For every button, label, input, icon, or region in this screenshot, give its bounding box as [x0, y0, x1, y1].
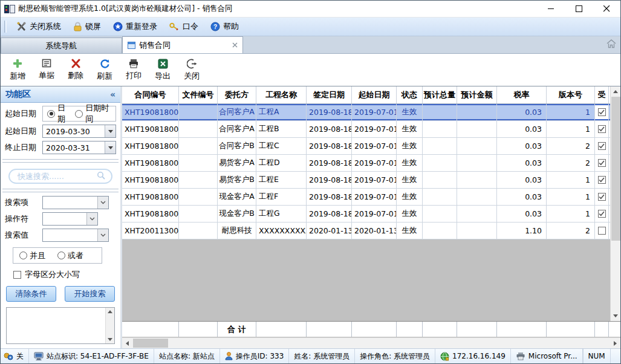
title-bar: 耐思砼顺智能管理系统1.0[武汉黄岗市砼顺建材公司] - 销售合同 [1, 1, 620, 18]
dropdown-button[interactable] [86, 213, 97, 225]
total-cell-status [397, 322, 423, 337]
column-header-version[interactable]: 版本号 [547, 86, 595, 103]
grid-header-row: 合同编号文件编号委托方工程名称签定日期起始日期状态预计总量预计金额税率版本号受 [122, 86, 610, 104]
row-accepted-checkbox[interactable] [598, 159, 606, 167]
cell-project: 工程B [256, 121, 307, 137]
search-results-listbox[interactable] [6, 307, 115, 344]
row-accepted-checkbox[interactable] [598, 108, 606, 116]
table-row[interactable]: XHT2001130001耐思科技XXXXXXXXXXX2020-01-1320… [122, 223, 610, 239]
key-icon [169, 22, 180, 31]
radio-or[interactable]: 或者 [57, 250, 83, 261]
toolbar-button-6[interactable]: 关闭 [177, 56, 206, 85]
cell-file_no [179, 189, 218, 205]
search-value-select[interactable] [42, 229, 109, 242]
toolbar-button-1[interactable]: 单据 [32, 56, 61, 85]
row-accepted-checkbox[interactable] [598, 176, 606, 184]
dropdown-button[interactable] [105, 125, 115, 137]
search-item-select[interactable] [42, 196, 109, 209]
column-header-est_qty[interactable]: 预计总量 [423, 86, 457, 103]
scroll-down-icon[interactable] [108, 338, 112, 341]
tab-close-icon[interactable] [232, 41, 238, 50]
column-header-status[interactable]: 状态 [397, 86, 423, 103]
column-header-file_no[interactable]: 文件编号 [179, 86, 218, 103]
start-date-label: 起始日期 [5, 126, 42, 137]
table-row[interactable]: XHT1908180003合同客户B工程C2019-08-182019-07-0… [122, 138, 610, 155]
vertical-scrollbar[interactable] [610, 86, 620, 321]
row-accepted-checkbox[interactable] [598, 227, 606, 235]
menu-item-1[interactable]: 锁屏 [67, 19, 107, 34]
app-icon [4, 4, 15, 14]
table-row[interactable]: XHT1908180007现金客户B工程G2019-08-182019-07-0… [122, 206, 610, 223]
column-header-est_amt[interactable]: 预计金额 [457, 86, 497, 103]
scrollbar-thumb[interactable] [133, 339, 168, 348]
radio-date[interactable]: 日期 [47, 103, 70, 125]
status-item-3: 操作员ID: 333 [220, 349, 290, 363]
row-accepted-checkbox[interactable] [598, 142, 606, 150]
tab-system-nav[interactable]: 系统导航 [1, 37, 122, 53]
menu-item-3[interactable]: 口令 [163, 19, 204, 34]
tab-strip: 系统导航 销售合同 [1, 36, 620, 54]
table-row[interactable]: XHT1908180006现金客户A工程F2019-08-182019-07-0… [122, 189, 610, 206]
table-row[interactable]: XHT1908180005易货客户B工程E2019-08-182019-07-0… [122, 172, 610, 189]
column-header-accepted[interactable]: 受 [595, 86, 609, 103]
close-button[interactable] [593, 1, 620, 17]
case-sensitive-row[interactable]: 字母区分大小写 [13, 269, 120, 280]
menu-item-label: 锁屏 [85, 21, 101, 32]
row-accepted-checkbox[interactable] [598, 210, 606, 218]
toolbar-button-3[interactable]: 刷新 [90, 56, 119, 85]
column-header-contract_no[interactable]: 合同编号 [122, 86, 179, 103]
dropdown-button[interactable] [97, 197, 108, 209]
cell-accepted [595, 206, 609, 222]
maximize-button[interactable] [565, 1, 593, 17]
column-header-client[interactable]: 委托方 [218, 86, 256, 103]
scroll-right-button[interactable] [610, 338, 620, 348]
cell-tax_rate: 0.03 [497, 104, 547, 120]
column-header-tax_rate[interactable]: 税率 [497, 86, 547, 103]
scroll-up-icon[interactable] [108, 310, 112, 313]
total-cell-est_amt [457, 322, 497, 337]
home-icon[interactable] [606, 39, 616, 51]
menu-item-4[interactable]: ?帮助 [204, 19, 245, 34]
clear-conditions-button[interactable]: 清除条件 [6, 286, 56, 302]
toolbar-button-label: 关闭 [184, 71, 200, 82]
menu-item-2[interactable]: 重新登录 [107, 19, 163, 34]
window-title: 耐思砼顺智能管理系统1.0[武汉黄岗市砼顺建材公司] - 销售合同 [18, 4, 233, 14]
toolbar-button-0[interactable]: 新增 [3, 56, 32, 85]
table-row[interactable]: XHT1908180004易货客户A工程D2019-08-182019-07-0… [122, 155, 610, 172]
table-row[interactable]: XHT1908180001合同客户A工程A2019-08-182019-07-0… [122, 104, 610, 121]
end-date-select[interactable]: 2020-03-31 [42, 141, 116, 154]
menu-item-label: 关闭系统 [30, 21, 61, 32]
cell-version: 1 [547, 189, 595, 205]
tab-sales-contract[interactable]: 销售合同 [122, 36, 243, 53]
total-cell-tax_rate [497, 322, 547, 337]
dropdown-button[interactable] [105, 141, 115, 154]
column-header-sign_date[interactable]: 签定日期 [307, 86, 352, 103]
table-row[interactable]: XHT1908180002合同客户A工程B2019-08-182019-07-0… [122, 121, 610, 138]
toolbar-button-4[interactable]: 打印 [119, 56, 148, 85]
status-bar: 关站点标识: 54-E1-AD-FF-3F-BE站点名称: 新站点操作员ID: … [1, 348, 620, 363]
scrollbar-thumb[interactable] [611, 97, 620, 241]
menu-item-0[interactable]: 关闭系统 [10, 19, 67, 34]
operator-select[interactable] [42, 212, 98, 226]
scroll-down-button[interactable] [611, 311, 620, 321]
toolbar-button-2[interactable]: 删除 [61, 56, 90, 85]
listbox-scrollbar[interactable] [105, 308, 114, 343]
quick-search-input[interactable]: 快速搜索...... [8, 169, 112, 184]
start-search-button[interactable]: 开始搜索 [65, 286, 115, 302]
toolbar-button-5[interactable]: 导出 [148, 56, 177, 85]
scroll-left-button[interactable] [122, 338, 132, 348]
column-header-project[interactable]: 工程名称 [256, 86, 307, 103]
horizontal-scrollbar[interactable] [122, 337, 620, 348]
menu-item-label: 帮助 [223, 21, 239, 32]
radio-datetime[interactable]: 日期时间 [75, 103, 111, 125]
start-date-select[interactable]: 2019-03-30 [42, 125, 116, 138]
minimize-button[interactable] [537, 1, 565, 17]
cell-project: 工程E [256, 172, 307, 188]
row-accepted-checkbox[interactable] [598, 193, 606, 201]
radio-and[interactable]: 并且 [19, 250, 45, 261]
dropdown-button[interactable] [97, 229, 108, 241]
column-header-start_date[interactable]: 起始日期 [352, 86, 397, 103]
scroll-up-button[interactable] [611, 86, 620, 97]
row-accepted-checkbox[interactable] [598, 125, 606, 133]
collapse-panel-icon[interactable]: « [110, 89, 115, 99]
